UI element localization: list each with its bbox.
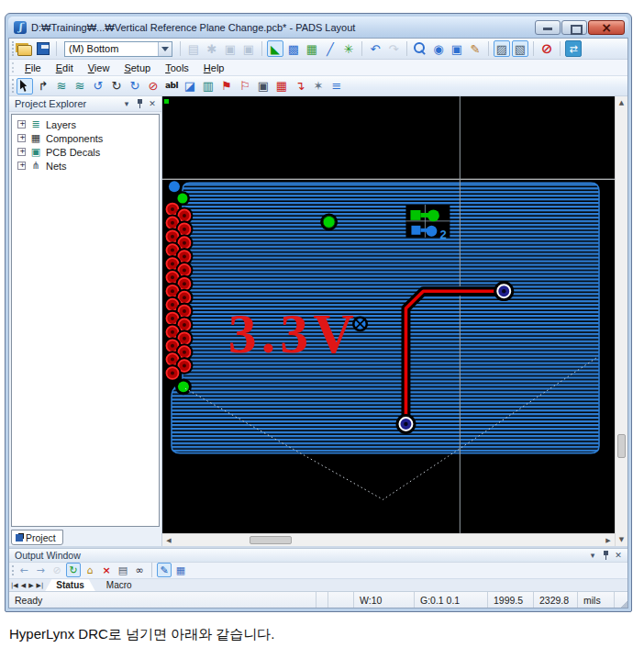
close-button[interactable] bbox=[588, 20, 625, 35]
tab-status[interactable]: Status bbox=[45, 579, 95, 591]
tab-last-icon[interactable]: ▶| bbox=[37, 582, 44, 589]
expand-icon[interactable] bbox=[17, 162, 26, 170]
expand-icon[interactable] bbox=[17, 148, 26, 156]
horizontal-scroll-thumb[interactable] bbox=[250, 536, 292, 544]
net-label[interactable]: 3.3V bbox=[228, 302, 359, 364]
pcb-canvas[interactable]: 2 3.3V bbox=[162, 96, 627, 546]
project-tab[interactable]: Project bbox=[11, 530, 63, 545]
drc-off-button[interactable]: ⊘ bbox=[539, 40, 555, 57]
tab-next-icon[interactable]: ▶ bbox=[28, 582, 33, 589]
pad-green[interactable] bbox=[177, 194, 187, 204]
select-special-button[interactable]: ↱ bbox=[35, 78, 51, 95]
nav-back-button[interactable]: ← bbox=[17, 563, 31, 577]
add-text-button[interactable]: abl bbox=[163, 78, 180, 95]
title-bar[interactable]: ʃ D:₩Training₩...₩Vertical Reference Pla… bbox=[8, 17, 628, 38]
grid-view-button[interactable]: ▦ bbox=[173, 563, 188, 577]
menu-tools[interactable]: Tools bbox=[159, 61, 195, 75]
pour-flood-button[interactable]: ▣ bbox=[240, 40, 257, 57]
layer-list-button[interactable]: ≡ bbox=[328, 78, 345, 95]
edit-pen-button[interactable]: ✎ bbox=[157, 563, 172, 577]
minimize-button[interactable] bbox=[535, 20, 561, 35]
loop-blue-button[interactable]: ↺ bbox=[90, 78, 106, 95]
tab-prev-icon[interactable]: ◀ bbox=[21, 582, 26, 589]
library-button[interactable]: ▥ bbox=[200, 78, 217, 95]
print-button[interactable]: ▤ bbox=[116, 563, 130, 577]
undo-button[interactable]: ↶ bbox=[367, 40, 383, 57]
sheet-view-button[interactable]: ▧ bbox=[512, 40, 528, 57]
panel-pin-icon[interactable] bbox=[133, 98, 146, 110]
hyperlynx-link-button[interactable]: ⇄ bbox=[565, 40, 582, 57]
maximize-button[interactable] bbox=[561, 20, 587, 35]
vertical-scrollbar[interactable]: ▲ ▼ bbox=[615, 96, 627, 546]
copy-document-button[interactable]: ▣ bbox=[255, 78, 272, 95]
view-extents-button[interactable]: ◉ bbox=[430, 40, 447, 57]
scroll-up-icon[interactable]: ▲ bbox=[616, 96, 628, 109]
redraw-button[interactable]: ✎ bbox=[467, 40, 483, 57]
refresh-button[interactable]: ↻ bbox=[66, 563, 81, 577]
menu-file[interactable]: File bbox=[18, 61, 48, 75]
scroll-right-icon[interactable]: ▶ bbox=[602, 534, 615, 547]
tree-item-layers[interactable]: ≣ Layers bbox=[12, 117, 159, 131]
tree-item-components[interactable]: ▦ Components bbox=[12, 131, 159, 145]
panel-menu-icon[interactable]: ▾ bbox=[120, 98, 133, 110]
pad-green[interactable] bbox=[178, 381, 189, 392]
pad-blue[interactable] bbox=[169, 181, 180, 192]
panel-close-icon[interactable]: ✕ bbox=[146, 98, 159, 110]
flag-solid-button[interactable]: ⚑ bbox=[218, 78, 235, 95]
clear-button[interactable]: × bbox=[99, 563, 114, 577]
panel-pin-icon[interactable] bbox=[599, 549, 612, 561]
pour-manager-button[interactable]: ▣ bbox=[222, 40, 239, 57]
properties-button[interactable]: ▤ bbox=[185, 40, 202, 57]
tab-macro[interactable]: Macro bbox=[95, 579, 143, 591]
scroll-left-icon[interactable]: ◀ bbox=[162, 534, 175, 547]
find-button[interactable]: ∞ bbox=[132, 563, 147, 577]
component-pad-blue-square[interactable] bbox=[411, 226, 420, 235]
view-board-button[interactable]: ▣ bbox=[449, 40, 465, 57]
add-route-button[interactable]: ╱ bbox=[322, 40, 339, 57]
cam-preview-button[interactable]: ▨ bbox=[494, 40, 510, 57]
zoom-mode-button[interactable] bbox=[412, 40, 428, 57]
import-dxf-button[interactable]: ↴ bbox=[292, 78, 308, 95]
component-footprint[interactable]: 2 bbox=[405, 205, 450, 241]
vertical-scroll-thumb[interactable] bbox=[617, 434, 626, 458]
rotate-button[interactable]: ↻ bbox=[127, 78, 143, 95]
route-dynamic-button[interactable]: ≋ bbox=[53, 78, 70, 95]
update-button[interactable]: ✱ bbox=[204, 40, 220, 57]
dxf-export-button[interactable]: ✶ bbox=[310, 78, 327, 95]
menu-view[interactable]: View bbox=[82, 61, 117, 75]
expand-icon[interactable] bbox=[17, 120, 26, 128]
component-pad-blue-round[interactable] bbox=[426, 226, 437, 237]
red-grid-button[interactable]: ▦ bbox=[273, 78, 290, 95]
scroll-down-icon[interactable]: ▼ bbox=[616, 533, 628, 546]
home-button[interactable]: ⌂ bbox=[83, 563, 97, 577]
select-mode-button[interactable] bbox=[17, 78, 33, 95]
layers-setup-button[interactable]: ▦ bbox=[304, 40, 320, 57]
fit-board-button[interactable]: ◣ bbox=[267, 40, 283, 57]
copper-pour-button[interactable]: ◪ bbox=[182, 78, 198, 95]
nav-forward-button[interactable]: → bbox=[33, 563, 48, 577]
menu-help[interactable]: Help bbox=[197, 61, 231, 75]
via[interactable] bbox=[395, 414, 416, 434]
expand-icon[interactable] bbox=[17, 134, 26, 142]
pcb-drawing[interactable]: 2 3.3V bbox=[162, 96, 615, 533]
save-file-button[interactable] bbox=[35, 40, 51, 57]
panel-menu-icon[interactable]: ▾ bbox=[586, 549, 599, 561]
panel-close-icon[interactable]: ✕ bbox=[612, 549, 625, 561]
component-pad-green-square[interactable] bbox=[410, 210, 420, 220]
tree-item-nets[interactable]: ⋔ Nets bbox=[12, 159, 159, 173]
open-file-button[interactable] bbox=[17, 40, 33, 57]
redo-button[interactable]: ↷ bbox=[385, 40, 402, 57]
display-grid-button[interactable]: ▩ bbox=[285, 40, 302, 57]
thermal-via[interactable] bbox=[352, 316, 368, 331]
keepout-button[interactable]: ⊘ bbox=[145, 78, 161, 95]
loop-dark-button[interactable]: ↻ bbox=[108, 78, 125, 95]
resize-grip[interactable] bbox=[615, 592, 627, 608]
tree-item-pcb-decals[interactable]: ▣ PCB Decals bbox=[12, 145, 159, 159]
component-pad-green-round[interactable] bbox=[427, 209, 439, 221]
via[interactable] bbox=[494, 281, 514, 301]
flag-outline-button[interactable]: ⚐ bbox=[237, 78, 253, 95]
chevron-down-icon[interactable] bbox=[158, 42, 172, 56]
green-via[interactable] bbox=[320, 213, 338, 230]
route-sketch-button[interactable]: ≋ bbox=[72, 78, 88, 95]
menu-setup[interactable]: Setup bbox=[117, 61, 157, 75]
